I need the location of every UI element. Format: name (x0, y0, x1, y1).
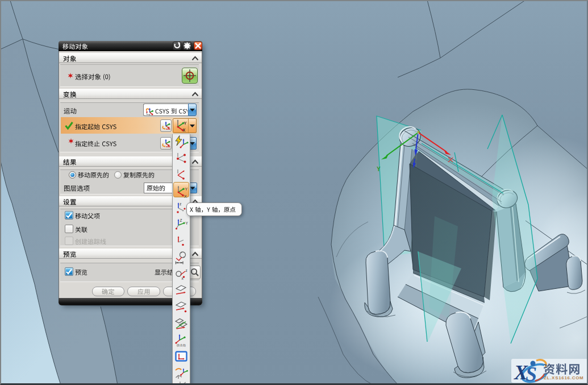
svg-text:z: z (186, 268, 187, 272)
svg-text:z: z (180, 202, 181, 206)
svg-text:Y: Y (185, 187, 188, 191)
svg-text:(0,0,0): (0,0,0) (177, 343, 186, 347)
svg-text:Y: Y (186, 221, 189, 225)
svg-text:S: S (526, 363, 537, 385)
svg-text:Z: Z (180, 218, 182, 222)
svg-text:X: X (184, 194, 187, 198)
